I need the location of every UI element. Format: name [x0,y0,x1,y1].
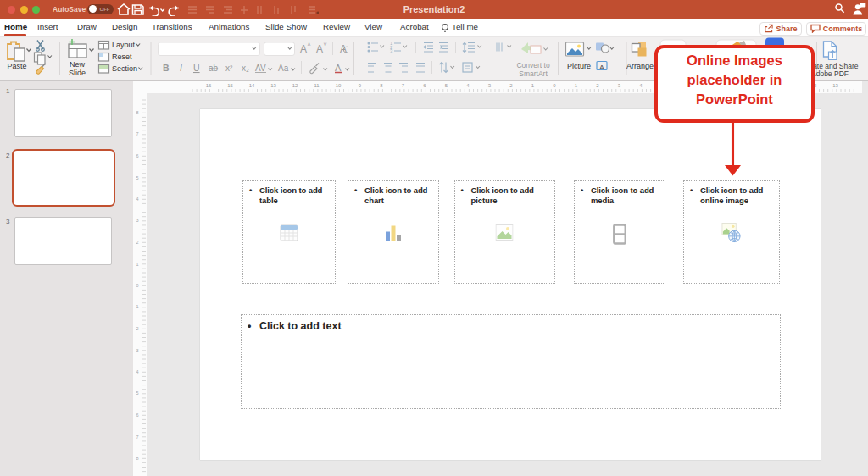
svg-text:˅: ˅ [324,42,327,47]
svg-text:8: 8 [136,456,138,461]
svg-text:A: A [599,64,604,71]
svg-text:Paste: Paste [7,62,26,70]
svg-text:12: 12 [292,83,298,88]
svg-text:A: A [300,43,307,55]
svg-text:New: New [70,60,86,69]
svg-text:3: 3 [618,83,621,88]
svg-text:U: U [193,63,200,73]
svg-text:x²: x² [225,64,233,73]
svg-text:8: 8 [136,110,138,115]
svg-text:4: 4 [466,83,470,88]
svg-text:˄: ˄ [308,42,311,47]
svg-text:Picture: Picture [567,62,591,70]
svg-text:4: 4 [136,369,138,374]
svg-text:3: 3 [488,83,492,88]
svg-text:Arrange: Arrange [626,62,654,70]
svg-text:3: 3 [136,348,138,353]
svg-text:2: 2 [136,240,138,245]
svg-text:5: 5 [136,390,138,396]
svg-text:A: A [316,43,323,55]
svg-text:11: 11 [314,83,320,88]
svg-text:0: 0 [553,83,556,88]
svg-text:9: 9 [359,83,362,88]
svg-text:8: 8 [380,83,383,88]
svg-text:1: 1 [531,83,535,88]
svg-text:2: 2 [136,326,138,331]
svg-text:15: 15 [227,83,233,88]
svg-text:I: I [180,63,182,73]
svg-text:A: A [335,63,342,73]
svg-text:7: 7 [402,83,405,88]
svg-text:7: 7 [136,131,138,136]
svg-text:B: B [163,63,170,73]
svg-text:5: 5 [136,175,138,180]
svg-text:AV: AV [255,64,266,73]
svg-text:SmartArt: SmartArt [519,69,548,78]
svg-text:Section: Section [112,64,137,73]
svg-text:6: 6 [136,153,138,158]
svg-text:3: 3 [136,218,138,223]
svg-text:14: 14 [249,83,255,88]
svg-text:16: 16 [206,83,212,88]
svg-text:2: 2 [596,83,599,88]
svg-text:4: 4 [136,196,138,202]
svg-text:10: 10 [336,83,342,88]
svg-text:1: 1 [575,83,578,88]
svg-text:3: 3 [390,48,393,53]
svg-text:7: 7 [136,434,138,440]
svg-text:5: 5 [445,83,448,88]
svg-text:Adobe PDF: Adobe PDF [811,69,849,78]
svg-text:Reset: Reset [112,53,132,61]
svg-text:Convert to: Convert to [516,61,549,69]
svg-text:6: 6 [136,412,138,418]
svg-text:Layout: Layout [112,41,136,49]
svg-text:4: 4 [639,83,643,88]
svg-text:13: 13 [832,83,838,88]
svg-text:1: 1 [136,304,138,309]
svg-text:2: 2 [509,83,513,88]
svg-text:6: 6 [423,83,426,88]
svg-text:0: 0 [136,283,138,288]
svg-text:Aa: Aa [278,64,289,73]
svg-text:ab: ab [209,64,219,73]
svg-text:1: 1 [136,262,138,267]
svg-text:13: 13 [270,83,276,88]
svg-text:Slide: Slide [69,69,86,77]
svg-text:x₂: x₂ [242,64,249,73]
